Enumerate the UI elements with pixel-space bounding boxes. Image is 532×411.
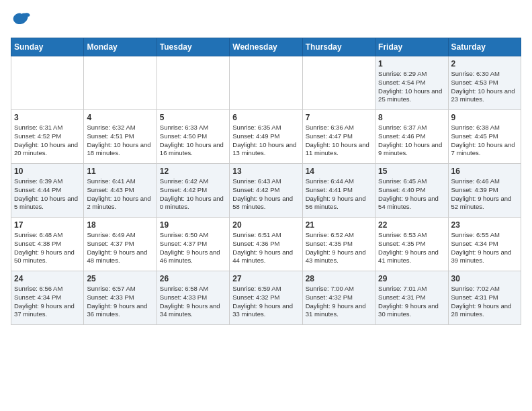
logo xyxy=(11,11,34,30)
calendar-cell: 3Sunrise: 6:31 AM Sunset: 4:52 PM Daylig… xyxy=(11,110,84,164)
calendar-week-row: 3Sunrise: 6:31 AM Sunset: 4:52 PM Daylig… xyxy=(11,110,521,164)
calendar-cell: 9Sunrise: 6:38 AM Sunset: 4:45 PM Daylig… xyxy=(448,110,521,164)
day-info: Sunrise: 6:39 AM Sunset: 4:44 PM Dayligh… xyxy=(14,177,81,212)
day-number: 14 xyxy=(306,167,372,176)
day-info: Sunrise: 6:58 AM Sunset: 4:33 PM Dayligh… xyxy=(160,285,226,319)
day-info: Sunrise: 6:59 AM Sunset: 4:32 PM Dayligh… xyxy=(232,285,299,319)
day-info: Sunrise: 6:37 AM Sunset: 4:46 PM Dayligh… xyxy=(378,124,445,158)
day-info: Sunrise: 6:48 AM Sunset: 4:38 PM Dayligh… xyxy=(14,231,81,265)
day-info: Sunrise: 6:29 AM Sunset: 4:54 PM Dayligh… xyxy=(378,70,445,104)
calendar-cell: 21Sunrise: 6:52 AM Sunset: 4:35 PM Dayli… xyxy=(302,218,375,271)
day-number: 7 xyxy=(306,113,372,122)
weekday-header: Saturday xyxy=(448,38,521,56)
calendar-cell: 7Sunrise: 6:36 AM Sunset: 4:47 PM Daylig… xyxy=(302,110,375,164)
day-info: Sunrise: 6:51 AM Sunset: 4:36 PM Dayligh… xyxy=(232,231,299,265)
day-info: Sunrise: 6:35 AM Sunset: 4:49 PM Dayligh… xyxy=(232,124,299,158)
calendar-cell: 18Sunrise: 6:49 AM Sunset: 4:37 PM Dayli… xyxy=(84,218,157,271)
weekday-header: Thursday xyxy=(302,38,375,56)
day-info: Sunrise: 7:01 AM Sunset: 4:31 PM Dayligh… xyxy=(378,285,445,319)
logo-bird-icon xyxy=(11,11,31,30)
calendar-cell: 26Sunrise: 6:58 AM Sunset: 4:33 PM Dayli… xyxy=(157,271,229,325)
calendar-cell: 30Sunrise: 7:02 AM Sunset: 4:31 PM Dayli… xyxy=(448,271,521,325)
calendar-cell: 11Sunrise: 6:41 AM Sunset: 4:43 PM Dayli… xyxy=(84,164,157,218)
calendar-cell: 8Sunrise: 6:37 AM Sunset: 4:46 PM Daylig… xyxy=(375,110,448,164)
calendar-cell xyxy=(84,56,157,110)
day-info: Sunrise: 6:33 AM Sunset: 4:50 PM Dayligh… xyxy=(160,124,226,158)
day-number: 13 xyxy=(232,167,299,176)
day-number: 20 xyxy=(232,220,299,230)
calendar-cell: 25Sunrise: 6:57 AM Sunset: 4:33 PM Dayli… xyxy=(84,271,157,325)
day-number: 25 xyxy=(87,274,153,283)
calendar-cell: 12Sunrise: 6:42 AM Sunset: 4:42 PM Dayli… xyxy=(157,164,229,218)
calendar-body: 1Sunrise: 6:29 AM Sunset: 4:54 PM Daylig… xyxy=(11,56,521,325)
calendar-cell: 10Sunrise: 6:39 AM Sunset: 4:44 PM Dayli… xyxy=(11,164,84,218)
day-info: Sunrise: 6:42 AM Sunset: 4:42 PM Dayligh… xyxy=(160,177,226,212)
calendar-week-row: 24Sunrise: 6:56 AM Sunset: 4:34 PM Dayli… xyxy=(11,271,521,325)
day-info: Sunrise: 6:32 AM Sunset: 4:51 PM Dayligh… xyxy=(87,124,153,158)
day-number: 30 xyxy=(451,274,518,283)
calendar-cell: 15Sunrise: 6:45 AM Sunset: 4:40 PM Dayli… xyxy=(375,164,448,218)
calendar-cell: 4Sunrise: 6:32 AM Sunset: 4:51 PM Daylig… xyxy=(84,110,157,164)
calendar-cell: 24Sunrise: 6:56 AM Sunset: 4:34 PM Dayli… xyxy=(11,271,84,325)
day-info: Sunrise: 6:36 AM Sunset: 4:47 PM Dayligh… xyxy=(306,124,372,158)
weekday-header: Wednesday xyxy=(230,38,302,56)
calendar-cell: 27Sunrise: 6:59 AM Sunset: 4:32 PM Dayli… xyxy=(230,271,302,325)
day-info: Sunrise: 6:55 AM Sunset: 4:34 PM Dayligh… xyxy=(451,231,518,265)
calendar-cell: 1Sunrise: 6:29 AM Sunset: 4:54 PM Daylig… xyxy=(375,56,448,110)
day-number: 15 xyxy=(378,167,445,176)
weekday-header: Tuesday xyxy=(157,38,229,56)
calendar-cell: 14Sunrise: 6:44 AM Sunset: 4:41 PM Dayli… xyxy=(302,164,375,218)
day-number: 6 xyxy=(232,113,299,122)
calendar-cell xyxy=(157,56,229,110)
weekday-header: Monday xyxy=(84,38,157,56)
day-number: 29 xyxy=(378,274,445,283)
day-number: 24 xyxy=(14,274,81,283)
weekday-header: Sunday xyxy=(11,38,84,56)
calendar-cell: 5Sunrise: 6:33 AM Sunset: 4:50 PM Daylig… xyxy=(157,110,229,164)
day-number: 4 xyxy=(87,113,153,122)
calendar-cell: 17Sunrise: 6:48 AM Sunset: 4:38 PM Dayli… xyxy=(11,218,84,271)
page-header xyxy=(11,11,521,30)
day-number: 16 xyxy=(451,167,518,176)
calendar-cell xyxy=(11,56,84,110)
day-number: 26 xyxy=(160,274,226,283)
day-number: 12 xyxy=(160,167,226,176)
day-number: 27 xyxy=(232,274,299,283)
day-info: Sunrise: 6:38 AM Sunset: 4:45 PM Dayligh… xyxy=(451,124,518,158)
calendar-cell: 20Sunrise: 6:51 AM Sunset: 4:36 PM Dayli… xyxy=(230,218,302,271)
day-number: 3 xyxy=(14,113,81,122)
calendar-cell: 29Sunrise: 7:01 AM Sunset: 4:31 PM Dayli… xyxy=(375,271,448,325)
day-number: 8 xyxy=(378,113,445,122)
day-number: 18 xyxy=(87,220,153,230)
day-number: 1 xyxy=(378,59,445,68)
calendar-cell: 13Sunrise: 6:43 AM Sunset: 4:42 PM Dayli… xyxy=(230,164,302,218)
day-info: Sunrise: 7:00 AM Sunset: 4:32 PM Dayligh… xyxy=(306,285,372,319)
calendar-cell: 16Sunrise: 6:46 AM Sunset: 4:39 PM Dayli… xyxy=(448,164,521,218)
day-number: 10 xyxy=(14,167,81,176)
day-number: 22 xyxy=(378,220,445,230)
calendar-cell: 28Sunrise: 7:00 AM Sunset: 4:32 PM Dayli… xyxy=(302,271,375,325)
calendar-cell xyxy=(302,56,375,110)
weekday-header: Friday xyxy=(375,38,448,56)
calendar-cell: 22Sunrise: 6:53 AM Sunset: 4:35 PM Dayli… xyxy=(375,218,448,271)
day-info: Sunrise: 6:45 AM Sunset: 4:40 PM Dayligh… xyxy=(378,177,445,212)
day-number: 5 xyxy=(160,113,226,122)
day-info: Sunrise: 6:50 AM Sunset: 4:37 PM Dayligh… xyxy=(160,231,226,265)
calendar-table: SundayMondayTuesdayWednesdayThursdayFrid… xyxy=(11,38,521,325)
day-info: Sunrise: 6:57 AM Sunset: 4:33 PM Dayligh… xyxy=(87,285,153,319)
day-info: Sunrise: 6:56 AM Sunset: 4:34 PM Dayligh… xyxy=(14,285,81,319)
day-info: Sunrise: 6:43 AM Sunset: 4:42 PM Dayligh… xyxy=(232,177,299,212)
day-info: Sunrise: 6:30 AM Sunset: 4:53 PM Dayligh… xyxy=(451,70,518,104)
day-info: Sunrise: 7:02 AM Sunset: 4:31 PM Dayligh… xyxy=(451,285,518,319)
day-number: 9 xyxy=(451,113,518,122)
calendar-cell: 19Sunrise: 6:50 AM Sunset: 4:37 PM Dayli… xyxy=(157,218,229,271)
day-info: Sunrise: 6:31 AM Sunset: 4:52 PM Dayligh… xyxy=(14,124,81,158)
day-info: Sunrise: 6:46 AM Sunset: 4:39 PM Dayligh… xyxy=(451,177,518,212)
calendar-cell: 2Sunrise: 6:30 AM Sunset: 4:53 PM Daylig… xyxy=(448,56,521,110)
day-info: Sunrise: 6:49 AM Sunset: 4:37 PM Dayligh… xyxy=(87,231,153,265)
day-number: 23 xyxy=(451,220,518,230)
day-number: 2 xyxy=(451,59,518,68)
day-number: 19 xyxy=(160,220,226,230)
calendar-header-row: SundayMondayTuesdayWednesdayThursdayFrid… xyxy=(11,38,521,56)
day-info: Sunrise: 6:44 AM Sunset: 4:41 PM Dayligh… xyxy=(306,177,372,212)
